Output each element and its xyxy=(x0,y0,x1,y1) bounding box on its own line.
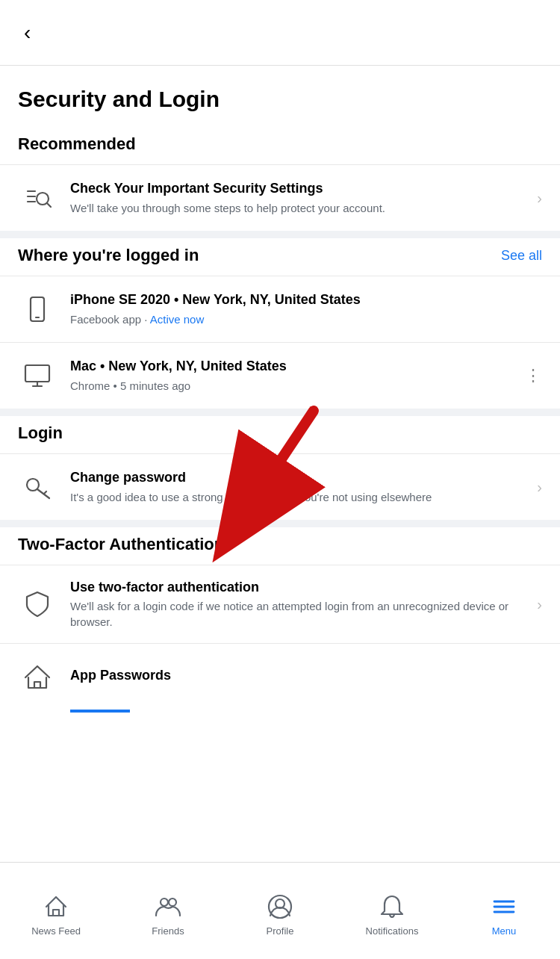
svg-rect-15 xyxy=(53,910,59,916)
change-password-text: Change password It's a good idea to use … xyxy=(70,469,528,504)
divider-3 xyxy=(0,520,560,527)
mac-session-title: Mac • New York, NY, United States xyxy=(70,358,516,375)
profile-icon xyxy=(266,893,294,921)
change-password-title: Change password xyxy=(70,469,528,486)
app-passwords-text: App Passwords xyxy=(70,667,542,686)
svg-rect-7 xyxy=(25,365,49,382)
check-security-subtitle: We'll take you through some steps to hel… xyxy=(70,200,528,216)
section-loggedin-header: Where you're logged in See all xyxy=(0,238,560,276)
see-all-button[interactable]: See all xyxy=(501,248,542,264)
nav-profile[interactable]: Profile xyxy=(224,863,336,959)
app-passwords-item[interactable]: App Passwords xyxy=(0,643,560,710)
divider-2 xyxy=(0,409,560,416)
key-icon xyxy=(18,468,57,506)
section-login-title: Login xyxy=(18,423,63,442)
app-passwords-icon xyxy=(18,657,57,696)
section-login-header: Login xyxy=(0,416,560,453)
section-loggedin-title: Where you're logged in xyxy=(18,246,199,265)
change-password-arrow: › xyxy=(537,479,542,496)
two-factor-subtitle: We'll ask for a login code if we notice … xyxy=(70,598,528,630)
nav-notifications[interactable]: Notifications xyxy=(336,863,448,959)
iphone-session-item[interactable]: iPhone SE 2020 • New York, NY, United St… xyxy=(0,276,560,342)
monitor-icon xyxy=(18,356,57,395)
nav-friends[interactable]: Friends xyxy=(112,863,224,959)
svg-line-12 xyxy=(44,491,46,494)
section-2fa-title: Two-Factor Authentication xyxy=(18,535,224,553)
app-passwords-title: App Passwords xyxy=(70,667,542,684)
svg-line-4 xyxy=(47,203,51,207)
nav-news-feed[interactable]: News Feed xyxy=(0,863,112,959)
back-button[interactable]: ‹ xyxy=(18,15,37,51)
change-password-item[interactable]: Change password It's a good idea to use … xyxy=(0,453,560,520)
page-title: Security and Login xyxy=(0,66,560,127)
page-content: Security and Login Recommended Check You… xyxy=(0,66,560,817)
friends-icon xyxy=(154,893,182,921)
svg-point-16 xyxy=(161,899,168,906)
mac-session-subtitle: Chrome • 5 minutes ago xyxy=(70,378,516,394)
svg-rect-13 xyxy=(34,682,40,688)
two-factor-arrow: › xyxy=(537,596,542,613)
bottom-nav: News Feed Friends Profile xyxy=(0,862,560,959)
phone-icon xyxy=(18,290,57,329)
check-security-item[interactable]: Check Your Important Security Settings W… xyxy=(0,164,560,231)
nav-menu[interactable]: Menu xyxy=(448,863,560,959)
nav-news-feed-label: News Feed xyxy=(31,925,81,937)
top-bar: ‹ xyxy=(0,0,560,66)
two-factor-title: Use two-factor authentication xyxy=(70,579,528,596)
iphone-session-subtitle: Facebook app · Active now xyxy=(70,311,542,327)
mac-session-item[interactable]: Mac • New York, NY, United States Chrome… xyxy=(0,342,560,409)
nav-menu-label: Menu xyxy=(492,925,517,937)
change-password-subtitle: It's a good idea to use a strong passwor… xyxy=(70,489,528,505)
shield-icon xyxy=(18,585,57,624)
iphone-session-text: iPhone SE 2020 • New York, NY, United St… xyxy=(70,291,542,326)
section-recommended-title: Recommended xyxy=(18,134,136,153)
nav-notifications-label: Notifications xyxy=(366,925,419,937)
nav-profile-label: Profile xyxy=(267,925,294,937)
home-icon xyxy=(42,893,70,921)
active-status: Active now xyxy=(150,313,205,326)
active-indicator xyxy=(70,710,130,713)
bell-icon xyxy=(378,893,406,921)
check-security-arrow: › xyxy=(537,190,542,207)
svg-point-17 xyxy=(169,899,176,906)
mac-session-dots[interactable]: ⋮ xyxy=(525,366,542,385)
menu-icon xyxy=(490,893,518,921)
nav-friends-label: Friends xyxy=(152,925,184,937)
mac-session-text: Mac • New York, NY, United States Chrome… xyxy=(70,358,516,393)
check-security-text: Check Your Important Security Settings W… xyxy=(70,180,528,215)
section-2fa-header: Two-Factor Authentication xyxy=(0,527,560,565)
two-factor-item[interactable]: Use two-factor authentication We'll ask … xyxy=(0,565,560,643)
divider-1 xyxy=(0,231,560,238)
iphone-session-title: iPhone SE 2020 • New York, NY, United St… xyxy=(70,291,542,308)
two-factor-text: Use two-factor authentication We'll ask … xyxy=(70,579,528,630)
check-security-title: Check Your Important Security Settings xyxy=(70,180,528,197)
check-security-icon xyxy=(18,179,57,217)
section-recommended-header: Recommended xyxy=(0,127,560,164)
